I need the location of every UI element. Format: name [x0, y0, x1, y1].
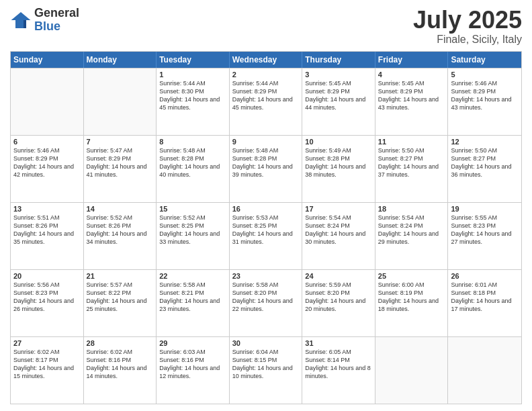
- calendar-cell: 30Sunrise: 6:04 AM Sunset: 8:15 PM Dayli…: [230, 337, 303, 404]
- calendar-header-cell: Tuesday: [157, 52, 230, 68]
- cell-info: Sunrise: 5:54 AM Sunset: 8:24 PM Dayligh…: [305, 214, 372, 246]
- calendar-cell: 12Sunrise: 5:50 AM Sunset: 8:27 PM Dayli…: [448, 136, 521, 202]
- calendar-header-row: SundayMondayTuesdayWednesdayThursdayFrid…: [11, 52, 521, 68]
- calendar-cell: 23Sunrise: 5:58 AM Sunset: 8:20 PM Dayli…: [230, 270, 303, 336]
- cell-info: Sunrise: 5:56 AM Sunset: 8:23 PM Dayligh…: [13, 281, 81, 314]
- day-number: 18: [378, 205, 445, 213]
- day-number: 1: [159, 71, 226, 79]
- calendar-header-cell: Sunday: [11, 52, 84, 68]
- calendar-cell: 18Sunrise: 5:54 AM Sunset: 8:24 PM Dayli…: [375, 203, 449, 269]
- day-number: 14: [87, 205, 154, 213]
- day-number: 17: [305, 205, 372, 213]
- cell-info: Sunrise: 5:59 AM Sunset: 8:20 PM Dayligh…: [305, 281, 372, 314]
- cell-info: Sunrise: 5:53 AM Sunset: 8:25 PM Dayligh…: [232, 214, 300, 246]
- cell-info: Sunrise: 5:52 AM Sunset: 8:25 PM Dayligh…: [159, 214, 226, 246]
- calendar-cell: 20Sunrise: 5:56 AM Sunset: 8:23 PM Dayli…: [11, 270, 84, 336]
- day-number: 20: [13, 272, 81, 280]
- calendar-cell: 24Sunrise: 5:59 AM Sunset: 8:20 PM Dayli…: [302, 270, 375, 336]
- title-block: July 2025 Finale, Sicily, Italy: [413, 7, 522, 46]
- calendar-cell: [11, 68, 84, 135]
- calendar-cell: 22Sunrise: 5:58 AM Sunset: 8:21 PM Dayli…: [157, 270, 230, 336]
- cell-info: Sunrise: 5:45 AM Sunset: 8:29 PM Dayligh…: [305, 79, 372, 112]
- cell-info: Sunrise: 6:02 AM Sunset: 8:17 PM Dayligh…: [13, 348, 81, 381]
- calendar-cell: 25Sunrise: 6:00 AM Sunset: 8:19 PM Dayli…: [375, 270, 449, 336]
- calendar-cell: 2Sunrise: 5:44 AM Sunset: 8:29 PM Daylig…: [230, 68, 303, 135]
- cell-info: Sunrise: 6:00 AM Sunset: 8:19 PM Dayligh…: [378, 281, 445, 314]
- logo-icon: [10, 9, 32, 31]
- logo-general-text: General: [34, 7, 79, 20]
- calendar-cell: 6Sunrise: 5:46 AM Sunset: 8:29 PM Daylig…: [11, 136, 84, 202]
- cell-info: Sunrise: 5:46 AM Sunset: 8:29 PM Dayligh…: [451, 79, 519, 112]
- calendar-cell: [84, 68, 157, 135]
- cell-info: Sunrise: 5:44 AM Sunset: 8:29 PM Dayligh…: [232, 79, 300, 112]
- cell-info: Sunrise: 5:45 AM Sunset: 8:29 PM Dayligh…: [378, 79, 445, 112]
- calendar-cell: 31Sunrise: 6:05 AM Sunset: 8:14 PM Dayli…: [302, 337, 375, 404]
- cell-info: Sunrise: 5:48 AM Sunset: 8:28 PM Dayligh…: [232, 146, 300, 179]
- calendar-cell: 3Sunrise: 5:45 AM Sunset: 8:29 PM Daylig…: [302, 68, 375, 135]
- calendar-cell: [448, 337, 521, 404]
- calendar-cell: 17Sunrise: 5:54 AM Sunset: 8:24 PM Dayli…: [302, 203, 375, 269]
- cell-info: Sunrise: 5:55 AM Sunset: 8:23 PM Dayligh…: [451, 214, 519, 246]
- day-number: 28: [87, 339, 154, 347]
- cell-info: Sunrise: 5:44 AM Sunset: 8:30 PM Dayligh…: [159, 79, 226, 112]
- day-number: 22: [159, 272, 226, 280]
- cell-info: Sunrise: 6:03 AM Sunset: 8:16 PM Dayligh…: [159, 348, 226, 381]
- day-number: 2: [232, 71, 300, 79]
- day-number: 24: [305, 272, 372, 280]
- day-number: 8: [159, 138, 226, 146]
- calendar-cell: 7Sunrise: 5:47 AM Sunset: 8:29 PM Daylig…: [84, 136, 157, 202]
- day-number: 11: [378, 138, 445, 146]
- calendar-title: July 2025: [413, 7, 522, 34]
- calendar-cell: 1Sunrise: 5:44 AM Sunset: 8:30 PM Daylig…: [157, 68, 230, 135]
- day-number: 3: [305, 71, 372, 79]
- logo: General Blue: [10, 7, 79, 34]
- day-number: 5: [451, 71, 519, 79]
- day-number: 12: [451, 138, 519, 146]
- day-number: 27: [13, 339, 81, 347]
- day-number: 19: [451, 205, 519, 213]
- day-number: 23: [232, 272, 300, 280]
- svg-marker-0: [11, 12, 31, 28]
- calendar-cell: 11Sunrise: 5:50 AM Sunset: 8:27 PM Dayli…: [375, 136, 449, 202]
- cell-info: Sunrise: 5:48 AM Sunset: 8:28 PM Dayligh…: [159, 146, 226, 179]
- calendar-cell: 4Sunrise: 5:45 AM Sunset: 8:29 PM Daylig…: [375, 68, 449, 135]
- cell-info: Sunrise: 5:50 AM Sunset: 8:27 PM Dayligh…: [378, 146, 445, 179]
- day-number: 25: [378, 272, 445, 280]
- day-number: 4: [378, 71, 445, 79]
- day-number: 26: [451, 272, 519, 280]
- cell-info: Sunrise: 5:54 AM Sunset: 8:24 PM Dayligh…: [378, 214, 445, 246]
- calendar-cell: 16Sunrise: 5:53 AM Sunset: 8:25 PM Dayli…: [230, 203, 303, 269]
- cell-info: Sunrise: 5:51 AM Sunset: 8:26 PM Dayligh…: [13, 214, 81, 246]
- day-number: 30: [232, 339, 300, 347]
- calendar-cell: 28Sunrise: 6:02 AM Sunset: 8:16 PM Dayli…: [84, 337, 157, 404]
- cell-info: Sunrise: 5:58 AM Sunset: 8:21 PM Dayligh…: [159, 281, 226, 314]
- calendar-cell: 26Sunrise: 6:01 AM Sunset: 8:18 PM Dayli…: [448, 270, 521, 336]
- calendar-cell: 14Sunrise: 5:52 AM Sunset: 8:26 PM Dayli…: [84, 203, 157, 269]
- header: General Blue July 2025 Finale, Sicily, I…: [10, 7, 522, 46]
- calendar-body: 1Sunrise: 5:44 AM Sunset: 8:30 PM Daylig…: [11, 68, 521, 404]
- calendar-header-cell: Wednesday: [230, 52, 303, 68]
- cell-info: Sunrise: 5:50 AM Sunset: 8:27 PM Dayligh…: [451, 146, 519, 179]
- logo-text: General Blue: [34, 7, 79, 34]
- calendar-row: 20Sunrise: 5:56 AM Sunset: 8:23 PM Dayli…: [11, 269, 521, 336]
- calendar-cell: 19Sunrise: 5:55 AM Sunset: 8:23 PM Dayli…: [448, 203, 521, 269]
- calendar-cell: 13Sunrise: 5:51 AM Sunset: 8:26 PM Dayli…: [11, 203, 84, 269]
- cell-info: Sunrise: 5:46 AM Sunset: 8:29 PM Dayligh…: [13, 146, 81, 179]
- day-number: 21: [87, 272, 154, 280]
- calendar-header-cell: Friday: [375, 52, 449, 68]
- day-number: 6: [13, 138, 81, 146]
- calendar-cell: 5Sunrise: 5:46 AM Sunset: 8:29 PM Daylig…: [448, 68, 521, 135]
- cell-info: Sunrise: 6:01 AM Sunset: 8:18 PM Dayligh…: [451, 281, 519, 314]
- calendar-header-cell: Monday: [84, 52, 157, 68]
- cell-info: Sunrise: 5:57 AM Sunset: 8:22 PM Dayligh…: [87, 281, 154, 314]
- cell-info: Sunrise: 5:47 AM Sunset: 8:29 PM Dayligh…: [87, 146, 154, 179]
- calendar-cell: 29Sunrise: 6:03 AM Sunset: 8:16 PM Dayli…: [157, 337, 230, 404]
- day-number: 15: [159, 205, 226, 213]
- calendar-row: 1Sunrise: 5:44 AM Sunset: 8:30 PM Daylig…: [11, 68, 521, 135]
- calendar-cell: 9Sunrise: 5:48 AM Sunset: 8:28 PM Daylig…: [230, 136, 303, 202]
- cell-info: Sunrise: 6:02 AM Sunset: 8:16 PM Dayligh…: [87, 348, 154, 381]
- logo-blue-text: Blue: [34, 20, 79, 34]
- cell-info: Sunrise: 5:58 AM Sunset: 8:20 PM Dayligh…: [232, 281, 300, 314]
- cell-info: Sunrise: 6:05 AM Sunset: 8:14 PM Dayligh…: [305, 348, 372, 381]
- day-number: 13: [13, 205, 81, 213]
